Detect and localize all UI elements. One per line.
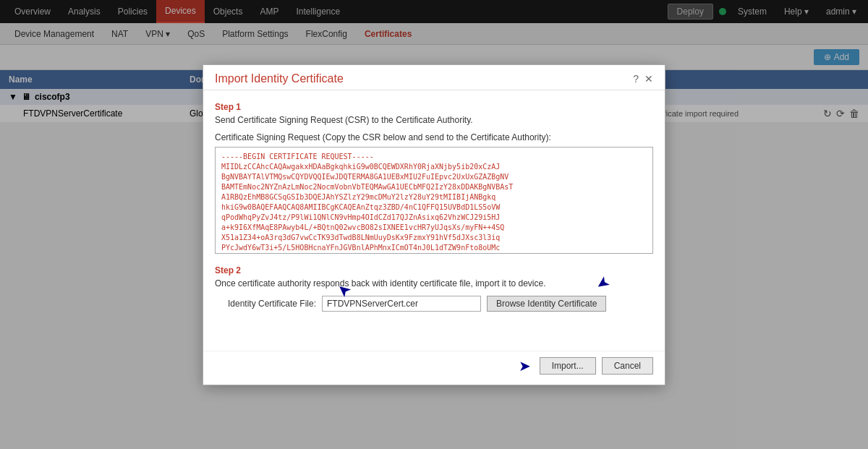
modal-close-button[interactable]: ✕ <box>644 73 653 85</box>
step1-label: Step 1 <box>215 102 653 112</box>
csr-label: Certificate Signing Request (Copy the CS… <box>215 132 653 142</box>
step2-description: Once certificate authority responds back… <box>215 278 653 288</box>
file-row: Identity Certificate File: Browse Identi… <box>215 296 653 312</box>
csr-text-box[interactable]: -----BEGIN CERTIFICATE REQUEST----- MIID… <box>215 147 653 254</box>
modal-footer: ➤ Import... Cancel <box>203 351 665 385</box>
modal-body: Step 1 Send Certificate Signing Request … <box>203 90 665 351</box>
modal-controls: ? ✕ <box>633 73 653 85</box>
modal-title: Import Identity Certificate <box>215 72 344 85</box>
step1-description: Send Certificate Signing Request (CSR) t… <box>215 115 653 125</box>
file-input-label: Identity Certificate File: <box>215 299 316 309</box>
import-identity-certificate-modal: Import Identity Certificate ? ✕ Step 1 S… <box>203 64 665 385</box>
modal-title-bar: Import Identity Certificate ? ✕ <box>203 65 665 90</box>
modal-help-button[interactable]: ? <box>633 73 639 85</box>
import-button[interactable]: Import... <box>540 357 596 375</box>
step2-label: Step 2 <box>215 265 653 275</box>
browse-identity-certificate-button[interactable]: Browse Identity Certificate <box>487 296 606 312</box>
arrow-to-import: ➤ <box>519 357 531 375</box>
step2-section: Step 2 Once certificate authority respon… <box>215 265 653 339</box>
cancel-button[interactable]: Cancel <box>602 357 653 375</box>
modal-overlay: Import Identity Certificate ? ✕ Step 1 S… <box>0 0 868 449</box>
